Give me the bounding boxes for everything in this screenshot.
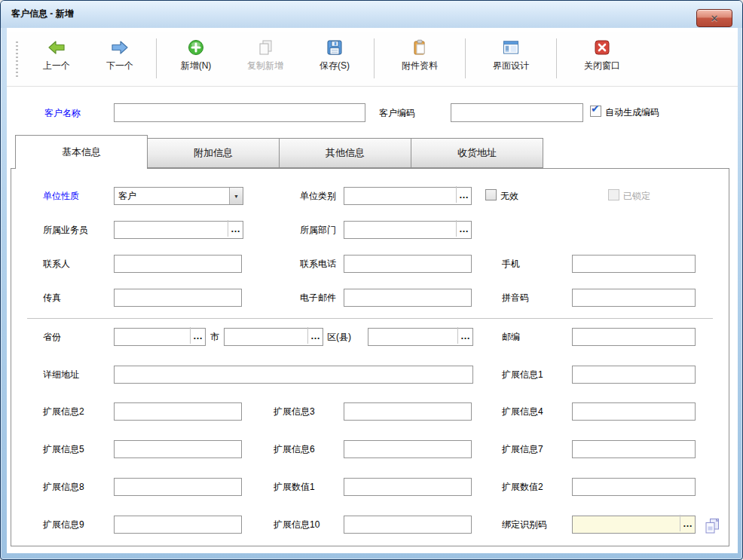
ellipsis-picker-button[interactable]: …	[190, 327, 205, 344]
district-input[interactable]	[368, 329, 457, 345]
ellipsis-picker-button[interactable]: …	[680, 515, 695, 531]
binding-code-field[interactable]: …	[572, 516, 696, 534]
province-field[interactable]: …	[114, 328, 206, 346]
dropdown-button[interactable]: ▼	[229, 188, 243, 204]
invalid-checkbox[interactable]	[485, 189, 497, 200]
toolbar-button-new[interactable]: 新增(N)	[161, 32, 231, 86]
field-label-ext4: 扩展信息4	[502, 405, 543, 418]
unit-nature-value: 客户	[115, 188, 229, 204]
tab-basic-info[interactable]: 基本信息	[15, 135, 148, 169]
ext9-input[interactable]	[114, 516, 242, 534]
zipcode-input[interactable]	[572, 328, 696, 346]
field-label-email: 电子邮件	[274, 292, 336, 304]
unit-nature-select[interactable]: 客户 ▼	[114, 187, 243, 205]
title-bar[interactable]: 客户信息 - 新增 ✕	[1, 1, 742, 28]
field-label-num1: 扩展数值1	[274, 481, 315, 493]
customer-name-input[interactable]	[114, 103, 365, 122]
ext8-input[interactable]	[114, 478, 242, 496]
ext6-input[interactable]	[344, 440, 472, 458]
field-label-mobile: 手机	[502, 258, 520, 270]
field-label-ext5: 扩展信息5	[43, 443, 84, 455]
auto-generate-code-label: 自动生成编码	[605, 106, 659, 118]
close-button[interactable]: ✕	[696, 9, 732, 27]
binding-code-input[interactable]	[573, 516, 680, 533]
tab-label: 其他信息	[326, 146, 365, 160]
salesman-input[interactable]	[115, 222, 228, 238]
window-content: 上一个 下一个 新增(N) 复制新增	[7, 28, 738, 553]
tab-other-info[interactable]: 其他信息	[279, 138, 411, 168]
unit-category-input[interactable]	[344, 188, 456, 204]
field-label-ext1: 扩展信息1	[502, 369, 543, 381]
customer-code-input[interactable]	[451, 103, 583, 122]
ellipsis-picker-button[interactable]: …	[228, 220, 243, 237]
field-label-ext6: 扩展信息6	[274, 443, 315, 455]
province-input[interactable]	[115, 329, 190, 345]
ellipsis-picker-button[interactable]: …	[307, 327, 323, 344]
ellipsis-picker-button[interactable]: …	[456, 186, 471, 203]
address-input[interactable]	[114, 366, 473, 384]
field-label-zipcode: 邮编	[502, 331, 520, 343]
ext7-input[interactable]	[572, 440, 696, 458]
arrow-right-icon	[110, 38, 130, 57]
customer-info-window: 客户信息 - 新增 ✕ 上一个 下一个	[0, 0, 743, 560]
toolbar-button-close-window[interactable]: 关闭窗口	[561, 32, 643, 86]
num2-input[interactable]	[572, 478, 696, 496]
tab-label: 收货地址	[457, 146, 497, 160]
copy-binding-code-button[interactable]	[703, 517, 721, 535]
field-label-ext7: 扩展信息7	[502, 443, 543, 455]
toolbar-button-label: 上一个	[43, 60, 70, 72]
ext10-input[interactable]	[344, 516, 472, 534]
close-icon: ✕	[711, 14, 719, 23]
pinyin-input[interactable]	[572, 289, 696, 307]
contact-input[interactable]	[114, 255, 242, 273]
copy-pages-icon	[703, 517, 721, 535]
unit-category-field[interactable]: …	[344, 187, 472, 205]
ext5-input[interactable]	[114, 440, 242, 458]
toolbar-button-label: 下一个	[106, 60, 133, 72]
toolbar: 上一个 下一个 新增(N) 复制新增	[7, 32, 738, 87]
tab-additional-info[interactable]: 附加信息	[147, 138, 280, 168]
department-field[interactable]: …	[344, 221, 472, 239]
field-label-address: 详细地址	[43, 369, 79, 381]
ellipsis-picker-button[interactable]: …	[456, 220, 471, 237]
field-label-salesman: 所属业务员	[43, 224, 88, 236]
fax-input[interactable]	[114, 289, 242, 307]
email-input[interactable]	[344, 289, 472, 307]
num1-input[interactable]	[344, 478, 472, 496]
auto-generate-code-checkbox[interactable]: ✔	[590, 106, 601, 117]
field-label-binding-code: 绑定识别码	[502, 519, 547, 531]
city-field[interactable]: …	[224, 328, 323, 346]
mobile-input[interactable]	[572, 255, 696, 273]
ellipsis-picker-button[interactable]: …	[457, 327, 472, 344]
city-input[interactable]	[225, 329, 307, 345]
tab-shipping-address[interactable]: 收货地址	[411, 138, 543, 168]
arrow-left-icon	[47, 38, 66, 57]
field-label-ext10: 扩展信息10	[274, 519, 320, 531]
toolbar-button-label: 附件资料	[402, 60, 438, 72]
toolbar-button-attachments[interactable]: 附件资料	[379, 32, 460, 86]
ext1-input[interactable]	[572, 366, 696, 384]
ext2-input[interactable]	[114, 402, 242, 421]
ext3-input[interactable]	[344, 402, 472, 421]
ext4-input[interactable]	[572, 402, 696, 421]
toolbar-button-ui-design[interactable]: 界面设计	[470, 32, 552, 86]
toolbar-button-save[interactable]: 保存(S)	[300, 32, 369, 86]
field-label-phone: 联系电话	[274, 258, 336, 270]
field-label-ext2: 扩展信息2	[43, 405, 84, 418]
clipboard-icon	[410, 38, 430, 57]
district-field[interactable]: …	[368, 328, 473, 346]
salesman-field[interactable]: …	[114, 221, 243, 239]
toolbar-button-previous[interactable]: 上一个	[25, 32, 88, 86]
toolbar-button-next[interactable]: 下一个	[88, 32, 151, 86]
toolbar-button-copy-new[interactable]: 复制新增	[231, 32, 300, 86]
toolbar-separator	[374, 38, 375, 78]
field-label-province: 省份	[43, 331, 61, 343]
tab-label: 附加信息	[194, 146, 233, 160]
phone-input[interactable]	[344, 255, 472, 273]
field-label-num2: 扩展数值2	[502, 481, 543, 493]
field-label-ext9: 扩展信息9	[43, 519, 84, 531]
toolbar-grip[interactable]	[16, 41, 18, 77]
department-input[interactable]	[344, 222, 456, 238]
section-divider	[27, 318, 713, 319]
chevron-down-icon: ▼	[234, 194, 239, 199]
